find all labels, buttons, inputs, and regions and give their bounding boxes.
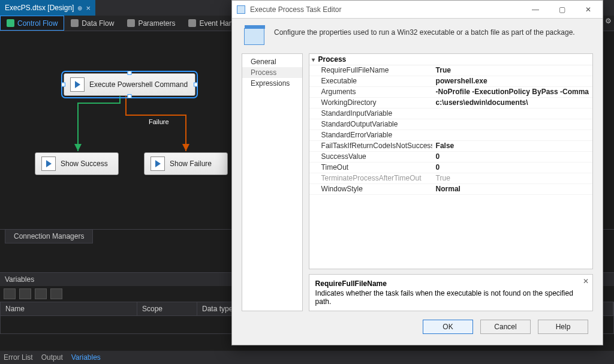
resize-handle[interactable]	[61, 83, 65, 87]
task-label: Show Success	[61, 160, 108, 168]
prop-row-stderr-variable[interactable]: StandardErrorVariable	[309, 130, 592, 141]
cancel-button[interactable]: Cancel	[480, 320, 531, 334]
chevron-down-icon[interactable]: ▾	[312, 56, 315, 63]
task-label: Execute Powershell Command	[89, 80, 188, 89]
bottom-tool-tabs: Error List Output Variables	[0, 351, 614, 364]
close-button[interactable]: ✕	[575, 1, 601, 18]
prop-value[interactable]: powershell.exe	[432, 76, 592, 86]
prop-label: StandardInputVariable	[309, 109, 432, 119]
task-label: Show Failure	[170, 160, 212, 168]
pin-icon[interactable]: ⊕	[77, 5, 82, 11]
category-label: Process	[318, 55, 347, 64]
help-button[interactable]: Help	[538, 320, 588, 334]
tab-data-flow[interactable]: Data Flow	[64, 16, 121, 31]
description-text: Indicates whether the task fails when th…	[315, 289, 586, 306]
prop-row-executable[interactable]: Executable powershell.exe	[309, 76, 592, 87]
prop-label: Arguments	[309, 87, 432, 97]
prop-value: True	[432, 173, 592, 183]
prop-label: TimeOut	[309, 163, 432, 173]
prop-row-success-value[interactable]: SuccessValue 0	[309, 152, 592, 163]
tab-parameters[interactable]: Parameters	[121, 16, 182, 31]
dialog-header-text: Configure the properties used to run a W…	[274, 28, 589, 37]
prop-label: RequireFullFileName	[309, 65, 432, 76]
task-execute-powershell[interactable]: Execute Powershell Command	[64, 73, 195, 96]
close-icon[interactable]: ✕	[583, 277, 589, 285]
prop-row-stdin-variable[interactable]: StandardInputVariable	[309, 109, 592, 119]
nav-expressions[interactable]: Expressions	[242, 78, 302, 89]
tab-variables[interactable]: Variables	[71, 353, 101, 362]
prop-label: Executable	[309, 76, 432, 86]
prop-label: TerminateProcessAfterTimeOut	[309, 173, 432, 183]
tab-output[interactable]: Output	[41, 353, 63, 362]
parameters-icon	[127, 19, 135, 27]
dialog-titlebar[interactable]: Execute Process Task Editor — ▢ ✕	[232, 1, 603, 19]
resize-handle[interactable]	[128, 94, 132, 98]
prop-value[interactable]: 0	[432, 152, 592, 162]
document-tab-title: ExecPS.dtsx [Design]	[5, 4, 74, 12]
property-category[interactable]: ▾ Process	[309, 54, 592, 65]
prop-value[interactable]: 0	[432, 163, 592, 173]
nav-general[interactable]: General	[242, 56, 302, 67]
task-icon	[151, 157, 165, 171]
delete-variable-button[interactable]	[19, 288, 31, 299]
prop-label: WindowStyle	[309, 184, 432, 194]
task-icon	[70, 77, 85, 92]
move-variable-button[interactable]	[35, 288, 47, 299]
data-flow-icon	[71, 19, 79, 27]
prop-row-arguments[interactable]: Arguments -NoProfile -ExecutionPolicy By…	[309, 87, 592, 98]
dialog-title: Execute Process Task Editor	[250, 5, 522, 14]
tab-label: Parameters	[138, 19, 175, 28]
prop-value[interactable]	[432, 109, 592, 119]
dialog-buttons: OK Cancel Help	[232, 311, 603, 345]
maximize-button[interactable]: ▢	[549, 1, 575, 18]
tab-error-list[interactable]: Error List	[4, 353, 33, 362]
prop-row-working-directory[interactable]: WorkingDirectory c:\users\edwin\document…	[309, 98, 592, 109]
prop-row-require-full-file-name[interactable]: RequireFullFileName True	[309, 65, 592, 76]
prop-row-fail-if-return-code[interactable]: FailTaskIfReturnCodeIsNotSuccessValue Fa…	[309, 141, 592, 152]
prop-value[interactable]: c:\users\edwin\documents\	[432, 98, 592, 108]
prop-label: FailTaskIfReturnCodeIsNotSuccessValue	[309, 141, 432, 151]
grid-options-button[interactable]	[50, 288, 62, 299]
resize-handle[interactable]	[128, 71, 132, 75]
prop-value[interactable]: -NoProfile -ExecutionPolicy ByPass -Comm…	[432, 87, 592, 97]
prop-row-window-style[interactable]: WindowStyle Normal	[309, 184, 592, 195]
task-show-failure[interactable]: Show Failure	[144, 152, 228, 175]
tab-control-flow[interactable]: Control Flow	[0, 16, 64, 31]
prop-label: WorkingDirectory	[309, 98, 432, 108]
execute-process-task-editor-dialog: Execute Process Task Editor — ▢ ✕ Config…	[231, 0, 603, 345]
task-show-success[interactable]: Show Success	[35, 152, 119, 175]
property-description: ✕ RequireFullFileName Indicates whether …	[309, 274, 593, 311]
prop-row-stdout-variable[interactable]: StandardOutputVariable	[309, 119, 592, 130]
property-grid[interactable]: ▾ Process RequireFullFileName True Execu…	[309, 53, 593, 269]
description-title: RequireFullFileName	[315, 279, 586, 288]
window-icon	[237, 5, 245, 14]
prop-value[interactable]: False	[432, 141, 592, 151]
dialog-header: Configure the properties used to run a W…	[232, 19, 603, 53]
prop-value[interactable]	[432, 119, 592, 130]
nav-process[interactable]: Process	[242, 67, 302, 78]
prop-row-timeout[interactable]: TimeOut 0	[309, 163, 592, 173]
add-variable-button[interactable]	[4, 288, 16, 299]
tab-label: Data Flow	[82, 19, 114, 28]
prop-label: StandardOutputVariable	[309, 119, 432, 130]
event-handlers-icon	[188, 19, 196, 27]
col-scope[interactable]: Scope	[137, 302, 197, 315]
col-name[interactable]: Name	[1, 302, 137, 315]
ok-button[interactable]: OK	[423, 320, 473, 334]
resize-handle[interactable]	[194, 83, 198, 87]
task-type-icon	[244, 28, 264, 45]
prop-label: SuccessValue	[309, 152, 432, 162]
flow-label-failure: Failure	[149, 118, 169, 125]
control-flow-icon	[7, 19, 14, 27]
close-icon[interactable]: ×	[86, 4, 91, 13]
prop-value[interactable]: Normal	[432, 184, 592, 194]
prop-value[interactable]	[432, 130, 592, 140]
prop-label: StandardErrorVariable	[309, 130, 432, 140]
connection-managers-tab[interactable]: Connection Managers	[5, 229, 93, 243]
prop-row-terminate-after-timeout: TerminateProcessAfterTimeOut True	[309, 173, 592, 184]
prop-value[interactable]: True	[432, 65, 592, 76]
document-tab[interactable]: ExecPS.dtsx [Design] ⊕ ×	[0, 0, 95, 16]
tab-label: Control Flow	[17, 19, 58, 28]
gear-icon[interactable]: ⚙	[605, 17, 612, 25]
minimize-button[interactable]: —	[522, 1, 549, 18]
